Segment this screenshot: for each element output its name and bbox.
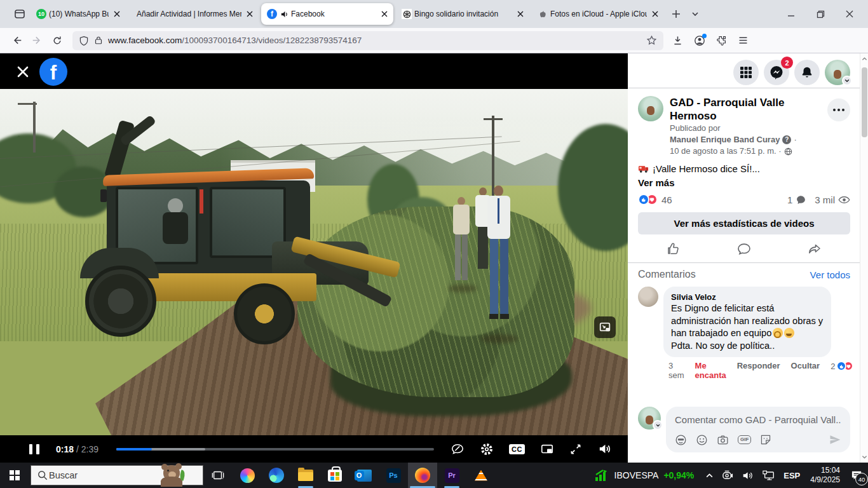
sticker-icon[interactable]	[760, 434, 771, 445]
camera-icon[interactable]	[717, 434, 729, 446]
post-timestamp[interactable]: 10 de agosto a las 7:51 p. m. ·	[670, 146, 782, 157]
comment-reactions[interactable]: 2	[831, 361, 853, 371]
lock-icon[interactable]	[94, 36, 103, 45]
stock-widget[interactable]: IBOVESPA +0,94%	[588, 468, 701, 482]
list-all-tabs-icon[interactable]	[686, 4, 705, 24]
start-button[interactable]	[0, 463, 29, 488]
copilot-button[interactable]	[233, 463, 262, 488]
send-comment-icon[interactable]	[829, 433, 841, 446]
author-name[interactable]: Manuel Enrique Band Curay	[670, 134, 780, 146]
video-scene[interactable]	[0, 89, 628, 435]
comment-time[interactable]: 3 sem	[668, 361, 684, 380]
apps-grid-button[interactable]	[733, 60, 759, 85]
notification-center-button[interactable]: 40	[845, 463, 868, 488]
tab-close-icon[interactable]	[381, 11, 388, 17]
commenter-avatar[interactable]	[638, 287, 658, 307]
browser-tab-whatsapp[interactable]: 10 (10) WhatsApp Business	[31, 3, 126, 25]
commenter-name[interactable]: Silvia Veloz	[671, 292, 824, 302]
comment-input[interactable]: Comentar como GAD - Parroquial Vall... G…	[666, 407, 850, 452]
browser-tab-facebook-active[interactable]: Facebook	[261, 3, 393, 25]
fullscreen-icon[interactable]	[569, 443, 582, 456]
account-avatar[interactable]	[825, 60, 850, 85]
post-options-button[interactable]	[827, 98, 850, 121]
composer-avatar[interactable]	[638, 407, 661, 430]
downloads-icon[interactable]	[672, 35, 683, 46]
tab-audio-icon[interactable]	[280, 10, 288, 18]
tab-close-icon[interactable]	[517, 11, 524, 17]
utility-pole-crossbar	[484, 118, 503, 120]
address-bar[interactable]: www.facebook.com/100093700164713/videos/…	[72, 31, 663, 50]
reply-link[interactable]: Responder	[737, 361, 780, 370]
tab-close-icon[interactable]	[114, 11, 120, 17]
close-video-button[interactable]	[13, 62, 33, 82]
video-progress-bar[interactable]	[116, 448, 434, 451]
like-reaction-icon[interactable]	[638, 194, 649, 205]
avatar-sticker-icon[interactable]	[675, 434, 687, 446]
bookmark-star-icon[interactable]	[646, 35, 657, 46]
new-tab-button[interactable]	[667, 4, 686, 24]
pause-button[interactable]	[29, 444, 39, 454]
firefox-button[interactable]	[408, 463, 437, 488]
closed-captions-icon[interactable]: CC	[509, 444, 525, 454]
comment-button[interactable]	[709, 241, 779, 257]
picture-in-picture-overlay-button[interactable]	[594, 316, 616, 338]
menu-hamburger-icon[interactable]	[738, 35, 749, 46]
extensions-puzzle-icon[interactable]	[716, 35, 727, 46]
photoshop-button[interactable]	[379, 463, 408, 488]
see-more-link[interactable]: Ver más	[638, 177, 850, 188]
like-button[interactable]	[638, 241, 709, 257]
tray-expand-chevron-icon[interactable]	[705, 471, 714, 480]
outlook-button[interactable]	[349, 463, 379, 488]
shield-icon[interactable]	[79, 36, 89, 46]
taskbar-clock[interactable]: 15:04 4/9/2025	[805, 466, 845, 485]
scroll-up-icon[interactable]	[860, 56, 868, 62]
camera-tray-icon[interactable]	[722, 470, 734, 481]
taskbar-search-box[interactable]: Buscar	[31, 465, 203, 485]
settings-gear-icon[interactable]	[480, 442, 494, 456]
file-explorer-button[interactable]	[291, 463, 320, 488]
comment-reaction-label[interactable]: Me encanta	[695, 361, 726, 380]
forward-icon[interactable]	[27, 30, 47, 51]
account-icon[interactable]	[694, 35, 705, 46]
window-close-button[interactable]	[835, 0, 864, 28]
window-minimize-button[interactable]	[776, 0, 806, 28]
volume-icon[interactable]	[597, 442, 612, 456]
microsoft-store-button[interactable]	[320, 463, 349, 488]
scroll-down-icon[interactable]	[860, 454, 868, 460]
reaction-count[interactable]: 46	[661, 194, 672, 205]
hide-link[interactable]: Ocultar	[791, 361, 820, 370]
facebook-logo[interactable]	[39, 58, 67, 86]
vlc-button[interactable]	[466, 463, 496, 488]
task-view-button[interactable]	[203, 463, 233, 488]
share-button[interactable]	[780, 241, 850, 257]
tab-close-icon[interactable]	[652, 11, 658, 17]
browser-tab-informes[interactable]: Añadir Actividad | Informes Mens	[128, 3, 259, 25]
page-avatar[interactable]	[638, 96, 663, 121]
comment-bubble[interactable]: Silvia Veloz Es Digno de felicitar está …	[663, 287, 831, 357]
scrollbar-thumb[interactable]	[862, 67, 867, 137]
tab-close-icon[interactable]	[247, 11, 253, 17]
reload-icon[interactable]	[47, 30, 67, 51]
comment-count[interactable]: 1	[787, 194, 792, 205]
see-all-comments-link[interactable]: Ver todos	[810, 269, 850, 280]
hide-comments-icon[interactable]	[451, 442, 465, 456]
language-indicator[interactable]: ESP	[783, 471, 800, 480]
gif-icon[interactable]: GIF	[738, 435, 751, 444]
edge-button[interactable]	[262, 463, 291, 488]
premiere-pro-button[interactable]	[437, 463, 466, 488]
page-name[interactable]: GAD - Parroquial Valle Hermoso	[670, 96, 827, 123]
browser-tab-icloud[interactable]: Fotos en iCloud - Apple iClou	[532, 3, 664, 25]
window-restore-button[interactable]	[806, 0, 835, 28]
picture-in-picture-icon[interactable]	[540, 442, 554, 456]
back-icon[interactable]	[6, 30, 27, 51]
view-count[interactable]: 3 mil	[815, 194, 835, 205]
firefox-view-icon[interactable]	[9, 4, 31, 24]
volume-tray-icon[interactable]	[742, 470, 754, 481]
network-tray-icon[interactable]	[763, 470, 775, 481]
browser-tab-bingo[interactable]: Bingo solidario invitación	[396, 3, 529, 25]
emoji-smiley-icon[interactable]	[696, 434, 708, 446]
messenger-button[interactable]: 2	[764, 60, 789, 85]
video-stats-button[interactable]: Ver más estadísticas de videos	[638, 212, 850, 234]
notifications-bell-button[interactable]	[794, 60, 820, 85]
page-scrollbar[interactable]	[860, 53, 868, 463]
